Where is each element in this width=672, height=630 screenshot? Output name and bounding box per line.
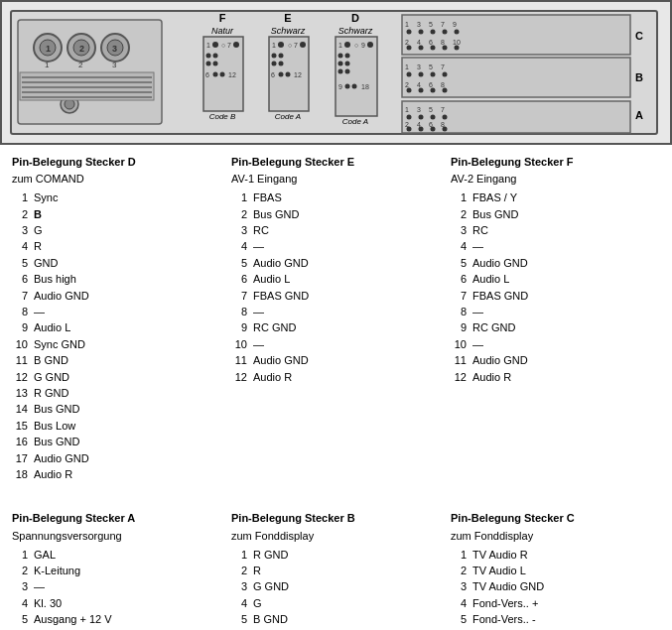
svg-point-111	[407, 88, 412, 93]
pin-D-list: 1 Sync 2 B 3 G 4 R 5 GND 6 Bus high	[12, 190, 221, 482]
svg-text:7: 7	[294, 42, 298, 49]
svg-text:5: 5	[429, 63, 433, 70]
svg-text:10: 10	[453, 39, 461, 46]
svg-point-36	[220, 72, 225, 77]
svg-text:C: C	[635, 30, 643, 42]
svg-text:5: 5	[429, 106, 433, 113]
svg-point-52	[279, 72, 284, 77]
svg-point-85	[443, 30, 448, 35]
svg-text:1: 1	[272, 42, 276, 49]
svg-point-82	[407, 30, 412, 35]
list-item: 9 Audio L	[12, 320, 221, 335]
svg-point-69	[345, 69, 350, 74]
svg-point-131	[431, 127, 436, 132]
list-item: 10 —	[451, 337, 660, 352]
pin-B-title: Pin-Belegung Stecker B	[231, 511, 441, 525]
svg-text:7: 7	[441, 21, 445, 28]
svg-rect-16	[20, 72, 154, 100]
svg-point-104	[419, 72, 424, 77]
list-item: 1 TV Audio R	[451, 548, 660, 563]
svg-text:3: 3	[417, 21, 421, 28]
list-item: 5 Audio GND	[451, 256, 660, 271]
pin-A-subtitle: Spannungsversorgung	[12, 530, 221, 542]
list-item: 10 —	[231, 337, 441, 352]
pin-F-title: Pin-Belegung Stecker F	[451, 155, 660, 169]
list-item: 7 FBAS GND	[451, 289, 660, 304]
svg-text:1: 1	[405, 21, 409, 28]
pin-section-D: Pin-Belegung Stecker D zum COMAND 1 Sync…	[12, 155, 221, 483]
svg-text:E: E	[284, 12, 291, 24]
diagram-svg: 1 2 3 1 2 3 F Natur 1 ○ 7	[10, 10, 658, 135]
svg-text:○: ○	[354, 42, 358, 49]
svg-text:1: 1	[46, 44, 51, 54]
svg-text:3: 3	[112, 61, 117, 69]
svg-text:2: 2	[79, 44, 84, 54]
pin-D-subtitle: zum COMAND	[12, 173, 221, 185]
list-item: 1 Sync	[12, 190, 221, 205]
list-item: 4 R	[12, 239, 221, 254]
list-item: 2 Bus GND	[451, 207, 660, 222]
list-item: 4 —	[451, 239, 660, 254]
list-item: 3 TV Audio GND	[451, 579, 660, 594]
list-item: 4 Fond-Vers.. +	[451, 596, 660, 611]
svg-text:8: 8	[441, 81, 445, 88]
svg-text:9: 9	[453, 21, 457, 28]
list-item: 3 G GND	[231, 579, 441, 594]
svg-text:Code B: Code B	[209, 112, 236, 121]
svg-point-53	[286, 72, 291, 77]
svg-point-94	[431, 46, 436, 51]
svg-text:1: 1	[338, 42, 342, 49]
list-item: 1 GAL	[12, 548, 221, 563]
pin-C-list: 1 TV Audio R 2 TV Audio L 3 TV Audio GND…	[451, 548, 660, 630]
svg-text:F: F	[219, 12, 226, 24]
pin-B-list: 1 R GND 2 R 3 G GND 4 G 5 B GND 6 B	[231, 548, 441, 630]
svg-point-71	[345, 84, 350, 89]
svg-text:Code A: Code A	[342, 117, 368, 126]
pin-E-title: Pin-Belegung Stecker E	[231, 155, 441, 169]
svg-point-64	[338, 54, 343, 59]
svg-point-92	[407, 46, 412, 51]
svg-point-46	[300, 42, 306, 48]
svg-point-123	[431, 115, 436, 120]
list-item: 3 —	[12, 579, 221, 594]
list-item: 8 —	[12, 305, 221, 319]
list-item: 5 Audio GND	[231, 256, 441, 271]
list-item: 12 G GND	[12, 370, 221, 385]
svg-point-95	[443, 46, 448, 51]
svg-point-84	[431, 30, 436, 35]
svg-point-50	[279, 62, 284, 66]
connector-diagram: 1 2 3 1 2 3 F Natur 1 ○ 7	[0, 0, 672, 145]
svg-text:1: 1	[405, 63, 409, 70]
list-item: 9 RC GND	[451, 320, 660, 335]
list-item: 8 —	[231, 305, 441, 319]
svg-rect-98	[402, 58, 630, 97]
list-item: 12 Audio R	[451, 370, 660, 385]
pin-section-F: Pin-Belegung Stecker F AV-2 Eingang 1 FB…	[451, 155, 660, 483]
svg-point-68	[338, 69, 343, 74]
list-item: 7 Audio GND	[12, 289, 221, 304]
svg-rect-76	[402, 15, 630, 55]
svg-text:3: 3	[417, 63, 421, 70]
pin-section-E: Pin-Belegung Stecker E AV-1 Eingang 1 FB…	[231, 155, 441, 483]
svg-point-33	[213, 62, 218, 66]
pin-listings-top: Pin-Belegung Stecker D zum COMAND 1 Sync…	[0, 145, 672, 507]
list-item: 15 Bus Low	[12, 419, 221, 434]
svg-text:5: 5	[429, 21, 433, 28]
svg-text:7: 7	[441, 63, 445, 70]
svg-point-30	[206, 54, 211, 59]
list-item: 18 Audio R	[12, 467, 221, 482]
list-item: 6 Audio L	[231, 272, 441, 287]
list-item: 3 RC	[231, 223, 441, 238]
svg-text:6: 6	[429, 39, 433, 46]
svg-text:9: 9	[338, 83, 342, 90]
svg-point-129	[407, 127, 412, 132]
list-item: 2 Bus GND	[231, 207, 441, 222]
list-item: 10 Sync GND	[12, 337, 221, 352]
svg-text:1: 1	[405, 106, 409, 113]
pin-E-subtitle: AV-1 Eingang	[231, 173, 441, 185]
svg-point-26	[212, 42, 218, 48]
svg-text:1: 1	[45, 61, 50, 69]
svg-point-86	[455, 30, 460, 35]
list-item: 8 —	[451, 305, 660, 319]
svg-text:3: 3	[417, 106, 421, 113]
